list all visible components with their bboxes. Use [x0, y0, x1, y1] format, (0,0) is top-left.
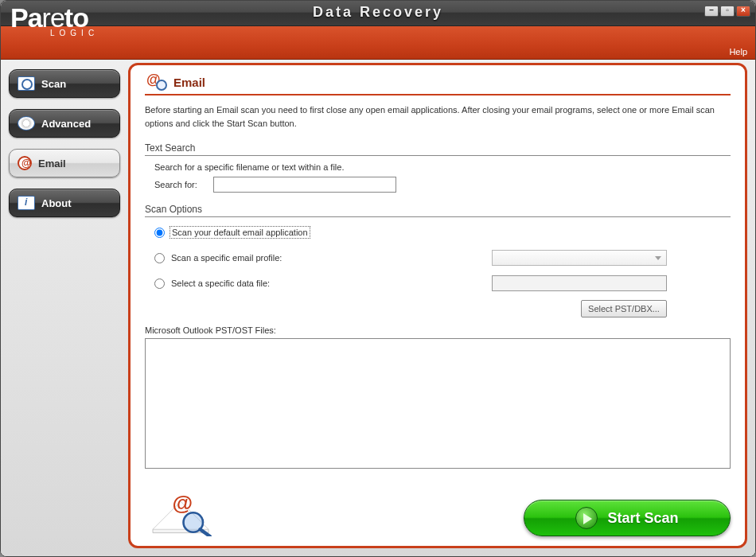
- intro-text: Before starting an Email scan you need t…: [145, 103, 731, 130]
- svg-text:@: @: [173, 491, 193, 515]
- scan-options-block: Scan your default email application Scan…: [145, 224, 731, 317]
- files-list-label: Microsoft Outlook PST/OST Files:: [145, 325, 731, 335]
- option-file-radio[interactable]: [154, 278, 165, 289]
- sidebar-item-label: Scan: [41, 78, 66, 90]
- option-profile-row: Scan a specific email profile:: [154, 249, 731, 267]
- app-window: Data Recovery – ▫ × Pareto LOGIC Help Sc…: [0, 0, 756, 557]
- option-file-row: Select a specific data file:: [154, 275, 731, 292]
- datafile-textbox[interactable]: [492, 275, 667, 291]
- sidebar-item-label: Advanced: [41, 118, 91, 130]
- body-area: Scan Advanced Email About Email Before s…: [1, 60, 755, 556]
- restore-button[interactable]: ▫: [720, 6, 735, 17]
- sidebar-item-scan[interactable]: Scan: [9, 69, 120, 98]
- option-default-radio[interactable]: [154, 228, 165, 238]
- option-file-label[interactable]: Select a specific data file:: [171, 278, 270, 288]
- files-list-box[interactable]: [145, 338, 731, 469]
- play-arrow-icon: [575, 507, 598, 529]
- sidebar-item-label: About: [41, 197, 72, 209]
- profile-combobox[interactable]: [492, 250, 667, 266]
- app-title: Data Recovery: [313, 4, 443, 21]
- info-icon: [18, 196, 35, 210]
- panel-header: Email: [145, 73, 731, 95]
- brand-sub: LOGIC: [50, 30, 99, 37]
- search-for-label: Search for:: [154, 180, 205, 189]
- search-for-row: Search for:: [145, 177, 731, 193]
- select-file-button[interactable]: Select PST/DBX...: [581, 300, 667, 317]
- brand-logo: Pareto LOGIC: [10, 7, 99, 37]
- sidebar-item-label: Email: [38, 158, 66, 169]
- start-scan-label: Start Scan: [607, 510, 678, 527]
- titlebar: Data Recovery – ▫ ×: [1, 1, 755, 26]
- option-default-label[interactable]: Scan your default email application: [171, 228, 309, 237]
- start-scan-button[interactable]: Start Scan: [524, 500, 731, 536]
- sidebar-item-about[interactable]: About: [9, 189, 120, 217]
- select-file-row: Select PST/DBX...: [154, 300, 731, 317]
- email-magnifier-icon: [145, 73, 167, 91]
- footer-row: @ Start Scan: [145, 481, 731, 536]
- main-panel: Email Before starting an Email scan you …: [128, 63, 747, 548]
- sidebar-item-email[interactable]: Email: [9, 149, 120, 177]
- option-default-row: Scan your default email application: [154, 224, 731, 241]
- minimize-button[interactable]: –: [704, 6, 719, 17]
- close-button[interactable]: ×: [736, 6, 750, 17]
- envelope-magnifier-icon: @: [145, 481, 216, 536]
- topstrip: Pareto LOGIC Help: [1, 26, 755, 60]
- email-at-icon: [18, 156, 32, 170]
- text-search-subtext: Search for a specific filename or text w…: [145, 162, 731, 172]
- disk-icon: [18, 116, 35, 130]
- screen-magnifier-icon: [18, 76, 35, 91]
- option-profile-label[interactable]: Scan a specific email profile:: [171, 253, 282, 263]
- sidebar-item-advanced[interactable]: Advanced: [9, 109, 120, 138]
- panel-title: Email: [173, 76, 205, 89]
- scan-options-heading: Scan Options: [145, 204, 731, 217]
- window-controls: – ▫ ×: [704, 6, 750, 17]
- search-input[interactable]: [213, 177, 396, 193]
- option-profile-radio[interactable]: [154, 253, 165, 263]
- help-link[interactable]: Help: [729, 47, 747, 56]
- sidebar: Scan Advanced Email About: [1, 60, 128, 556]
- text-search-heading: Text Search: [145, 142, 731, 156]
